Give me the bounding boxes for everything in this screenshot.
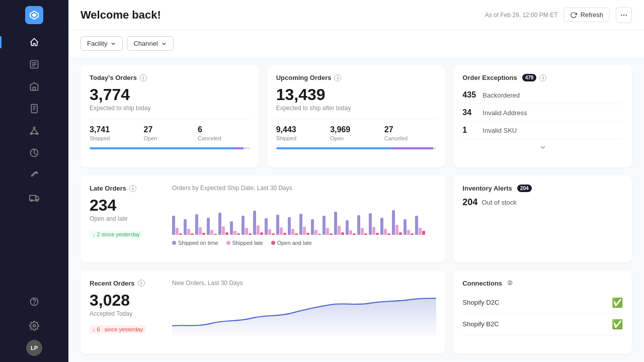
bar-on-time bbox=[172, 216, 175, 235]
svg-point-22 bbox=[34, 304, 35, 304]
exceptions-expand[interactable] bbox=[462, 143, 623, 151]
bar-late bbox=[222, 226, 225, 235]
open-progress bbox=[234, 147, 244, 149]
late-orders-stats: Late Orders i 234 Open and late ↓ 2 sinc… bbox=[90, 185, 160, 246]
refresh-button[interactable]: Refresh bbox=[564, 8, 610, 22]
recent-orders-header: Recent Orders i 3,028 Accepted Today ↓ 6… bbox=[90, 280, 436, 338]
bar-late bbox=[291, 229, 294, 235]
check-icon-d2c: ✅ bbox=[612, 297, 623, 308]
canceled-stat: 6 Canceled bbox=[198, 125, 250, 141]
refresh-icon bbox=[570, 12, 577, 19]
avatar[interactable]: LP bbox=[26, 340, 42, 356]
recent-orders-title: Recent Orders i bbox=[90, 280, 160, 287]
exceptions-badge: 479 bbox=[522, 74, 537, 81]
recent-orders-info[interactable]: i bbox=[138, 280, 145, 287]
more-button[interactable] bbox=[616, 7, 632, 23]
svg-marker-1 bbox=[32, 13, 36, 17]
bar-group bbox=[346, 220, 356, 235]
bar-late bbox=[187, 229, 190, 235]
sidebar-item-home[interactable] bbox=[0, 32, 68, 52]
bar-on-time bbox=[299, 214, 302, 235]
exception-row-invalid-address: 34 Invalid Address bbox=[462, 104, 623, 122]
sidebar-item-settings[interactable] bbox=[26, 316, 42, 336]
upcoming-canceled-stat: 27 Canceled bbox=[384, 125, 437, 141]
recent-orders-number: 3,028 bbox=[90, 292, 160, 308]
connection-shopify-d2c: Shopify D2C ✅ bbox=[462, 292, 623, 314]
bar-on-time bbox=[253, 211, 256, 235]
bar-open-late bbox=[202, 233, 205, 235]
inventory-badge: 204 bbox=[517, 185, 532, 192]
bar-on-time bbox=[369, 213, 372, 235]
bar-open-late bbox=[179, 233, 182, 235]
bar-late bbox=[303, 227, 306, 235]
bar-on-time bbox=[230, 221, 233, 235]
bar-late bbox=[361, 228, 364, 235]
exceptions-info[interactable]: i bbox=[539, 74, 546, 81]
chevron-down-icon bbox=[110, 41, 116, 47]
bar-late bbox=[176, 228, 179, 235]
bar-on-time bbox=[276, 215, 279, 235]
svg-point-11 bbox=[33, 127, 35, 129]
upcoming-shipped-stat: 9,443 Shipped bbox=[276, 125, 329, 141]
bar-group bbox=[172, 216, 182, 235]
upcoming-orders-sublabel: Expected to ship after today bbox=[276, 105, 437, 112]
bar-open-late bbox=[376, 233, 379, 235]
exception-row-invalid-sku: 1 Invalid SKU bbox=[462, 122, 623, 139]
bar-late bbox=[199, 227, 202, 235]
late-orders-info[interactable]: i bbox=[129, 185, 136, 192]
legend-late: Shipped late bbox=[226, 240, 263, 246]
out-of-stock-row: 204 Out of stock bbox=[462, 197, 623, 208]
late-orders-card: Late Orders i 234 Open and late ↓ 2 sinc… bbox=[80, 175, 445, 262]
line-chart-svg bbox=[172, 291, 436, 336]
todays-orders-number: 3,774 bbox=[90, 86, 250, 103]
bar-open-late bbox=[295, 233, 298, 235]
out-of-stock-label: Out of stock bbox=[481, 199, 516, 206]
todays-orders-info[interactable]: i bbox=[140, 74, 147, 81]
filters-bar: Facility Channel bbox=[68, 30, 644, 57]
channel-filter[interactable]: Channel bbox=[127, 36, 173, 51]
bar-group bbox=[392, 210, 402, 235]
sidebar-item-integrations[interactable] bbox=[0, 121, 68, 141]
recent-orders-stats: Recent Orders i 3,028 Accepted Today ↓ 6… bbox=[90, 280, 160, 338]
upcoming-orders-info[interactable]: i bbox=[334, 74, 341, 81]
sidebar-item-help[interactable] bbox=[26, 292, 42, 312]
sidebar-item-orders[interactable] bbox=[0, 54, 68, 74]
svg-line-14 bbox=[31, 129, 34, 133]
bar-on-time bbox=[288, 217, 291, 235]
upcoming-orders-number: 13,439 bbox=[276, 86, 437, 103]
bar-open-late bbox=[272, 233, 275, 235]
upcoming-orders-stats: 9,443 Shipped 3,969 Open 27 Canceled bbox=[276, 119, 437, 141]
connection-shopify-b2c: Shopify B2C ✅ bbox=[462, 314, 623, 335]
svg-line-15 bbox=[34, 129, 37, 133]
bar-open-late bbox=[237, 233, 240, 235]
chevron-down-icon-3 bbox=[539, 143, 547, 151]
bar-open-late bbox=[387, 233, 390, 235]
sidebar-item-analytics[interactable] bbox=[0, 143, 68, 163]
facility-filter[interactable]: Facility bbox=[80, 36, 123, 51]
connections-badge: ② bbox=[507, 280, 513, 287]
bar-group bbox=[299, 214, 309, 235]
late-orders-chart: Orders by Expected Ship Date, Last 30 Da… bbox=[172, 185, 436, 246]
bar-on-time bbox=[311, 219, 314, 235]
bar-late bbox=[384, 229, 387, 235]
todays-orders-sublabel: Expected to ship today bbox=[90, 105, 250, 112]
header: Welcome back! As of Feb 29, 12:00 PM ET … bbox=[68, 0, 644, 30]
bar-late bbox=[233, 231, 236, 235]
bar-late bbox=[407, 230, 410, 235]
sidebar-item-fulfillment[interactable] bbox=[0, 187, 68, 207]
sidebar-item-inventory[interactable] bbox=[0, 76, 68, 97]
recent-orders-chart: New Orders, Last 30 Days bbox=[172, 280, 436, 338]
page-title: Welcome back! bbox=[80, 9, 161, 22]
sidebar-item-reports[interactable] bbox=[0, 99, 68, 119]
late-orders-header: Late Orders i 234 Open and late ↓ 2 sinc… bbox=[90, 185, 436, 246]
bar-on-time bbox=[195, 214, 198, 235]
svg-point-20 bbox=[36, 200, 38, 201]
bar-on-time bbox=[334, 212, 337, 235]
svg-point-23 bbox=[33, 325, 36, 327]
bar-open-late bbox=[422, 231, 425, 235]
sidebar-item-tools[interactable] bbox=[0, 165, 68, 185]
bar-open-late bbox=[318, 234, 321, 235]
bar-late bbox=[326, 228, 329, 235]
bar-late bbox=[257, 225, 260, 235]
bar-group bbox=[357, 215, 367, 235]
